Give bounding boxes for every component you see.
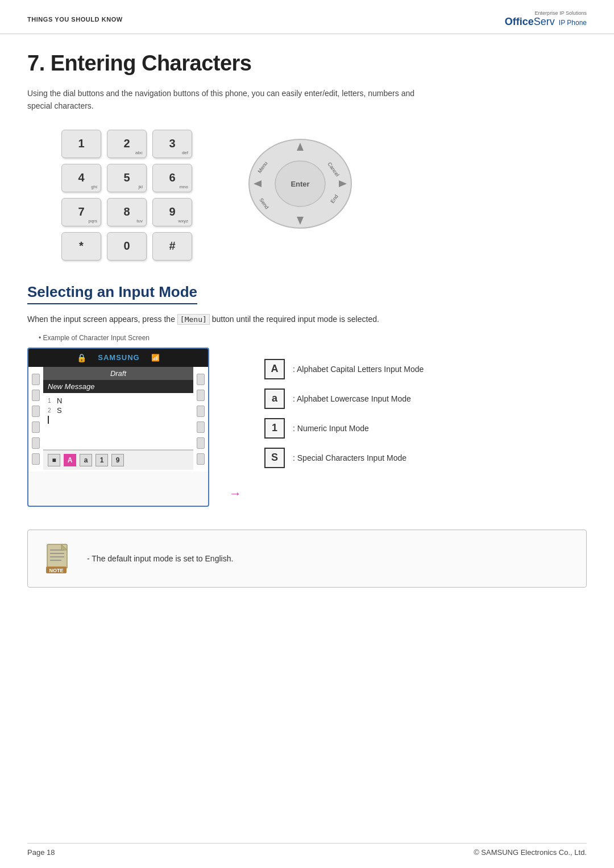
key-hash: # <box>152 232 192 261</box>
left-btn-2 <box>32 390 40 401</box>
screen-row-1: 1 N <box>48 396 189 405</box>
svg-text:Enter: Enter <box>291 180 309 188</box>
left-btn-5 <box>32 437 40 449</box>
left-btn-4 <box>32 421 40 433</box>
key-2: 2abc <box>107 130 147 158</box>
key-0: 0 <box>107 232 147 261</box>
cursor <box>48 416 49 424</box>
key-8: 8tuv <box>107 198 147 226</box>
brand-office: OfficeServ <box>505 16 555 27</box>
key-1: 1 <box>61 130 101 158</box>
mode-badge-a: a <box>264 388 285 409</box>
phone-controls-area: 12abc3def4ghi5jkl6mno7pqrs8tuv9wxyz*0# E… <box>61 130 587 261</box>
chapter-title: 7. Entering Characters <box>27 51 587 76</box>
mode-item-a: aAlphabet Lowercase Input Mode <box>264 388 424 409</box>
samsung-brand: SAMSUNG <box>98 353 139 362</box>
mode-badge-S: S <box>264 448 285 468</box>
note-box: NOTE - The default input mode is set to … <box>27 530 587 588</box>
section-label: THINGS YOU SHOULD KNOW <box>27 16 123 23</box>
mode-box-■: ■ <box>48 454 60 466</box>
example-label: Example of Character Input Screen <box>39 334 587 342</box>
right-side-buttons <box>193 367 208 472</box>
mode-box-1: 1 <box>96 454 108 466</box>
row-2-text: S <box>57 406 62 415</box>
footer-copyright: © SAMSUNG Electronics Co., Ltd. <box>474 848 587 857</box>
mode-item-A: AAlphabet Capital Letters Input Mode <box>264 359 424 379</box>
left-side-buttons <box>28 367 43 472</box>
key-6: 6mno <box>152 164 192 192</box>
screen-main-area: Draft New Message 1 N 2 S <box>43 367 193 472</box>
right-btn-6 <box>197 453 205 465</box>
key-3: 3def <box>152 130 192 158</box>
section-instruction: When the input screen appears, press the… <box>27 315 587 324</box>
lock-icon: 🔒 <box>77 353 86 362</box>
nav-circle-container: Enter Menu Cancel Send End <box>238 130 363 238</box>
key-7: 7pqrs <box>61 198 101 226</box>
svg-text:NOTE: NOTE <box>49 568 63 573</box>
screen-text-area: 1 N 2 S <box>43 393 193 450</box>
nav-circle: Enter Menu Cancel Send End <box>243 133 357 235</box>
keypad: 12abc3def4ghi5jkl6mno7pqrs8tuv9wxyz*0# <box>61 130 192 261</box>
page-footer: Page 18 © SAMSUNG Electronics Co., Ltd. <box>27 843 587 857</box>
left-btn-1 <box>32 374 40 385</box>
mode-box-9: 9 <box>111 454 124 466</box>
footer-page: Page 18 <box>27 848 55 857</box>
screen-body: Draft New Message 1 N 2 S <box>28 367 208 472</box>
section-heading: Selecting an Input Mode <box>27 283 197 304</box>
mode-box-a: a <box>80 454 92 466</box>
signal-icon: 📶 <box>151 354 160 362</box>
mode-badge-1: 1 <box>264 418 285 439</box>
screen-example-row: 🔒 SAMSUNG 📶 Draft New Message <box>27 348 587 507</box>
screen-row-2: 2 S <box>48 406 189 415</box>
left-btn-3 <box>32 406 40 417</box>
key-9: 9wxyz <box>152 198 192 226</box>
left-btn-6 <box>32 453 40 465</box>
key-4: 4ghi <box>61 164 101 192</box>
right-btn-5 <box>197 437 205 449</box>
mode-item-1: 1Numeric Input Mode <box>264 418 424 439</box>
main-content: 7. Entering Characters Using the dial bu… <box>0 34 614 622</box>
right-btn-2 <box>197 390 205 401</box>
brand-small: Enterprise IP Solutions <box>535 10 587 16</box>
mode-desc-1: Numeric Input Mode <box>293 424 369 433</box>
key-5: 5jkl <box>107 164 147 192</box>
note-icon: NOTE <box>42 542 76 576</box>
key-star: * <box>61 232 101 261</box>
right-btn-3 <box>197 406 205 417</box>
brand-suffix: IP Phone <box>559 19 587 27</box>
screen-row-cursor <box>48 416 189 424</box>
brand-area: Enterprise IP Solutions OfficeServ IP Ph… <box>505 10 587 28</box>
mode-item-S: SSpecial Characters Input Mode <box>264 448 424 468</box>
phone-screen-mockup: 🔒 SAMSUNG 📶 Draft New Message <box>27 348 209 507</box>
message-bar: New Message <box>43 380 193 393</box>
menu-button-label: [Menu] <box>177 314 210 325</box>
mode-desc-A: Alphabet Capital Letters Input Mode <box>293 365 424 374</box>
mode-box-A: A <box>64 454 76 466</box>
mode-badge-A: A <box>264 359 285 379</box>
right-btn-1 <box>197 374 205 385</box>
mode-desc-a: Alphabet Lowercase Input Mode <box>293 394 411 403</box>
input-mode-legend: AAlphabet Capital Letters Input ModeaAlp… <box>264 348 424 468</box>
arrow-indicator: → <box>229 486 242 501</box>
note-text: - The default input mode is set to Engli… <box>87 554 233 563</box>
brand-name: OfficeServ IP Phone <box>505 16 587 28</box>
row-1-text: N <box>57 396 62 405</box>
row-1-num: 1 <box>48 398 55 404</box>
intro-text: Using the dial buttons and the navigatio… <box>27 87 425 113</box>
mode-desc-S: Special Characters Input Mode <box>293 453 406 462</box>
draft-bar: Draft <box>43 367 193 380</box>
page-header: THINGS YOU SHOULD KNOW Enterprise IP Sol… <box>0 0 614 34</box>
right-btn-4 <box>197 421 205 433</box>
row-2-num: 2 <box>48 407 55 414</box>
screen-input-bar: ■Aa19 <box>43 450 193 470</box>
screen-top-bar: 🔒 SAMSUNG 📶 <box>28 349 208 367</box>
